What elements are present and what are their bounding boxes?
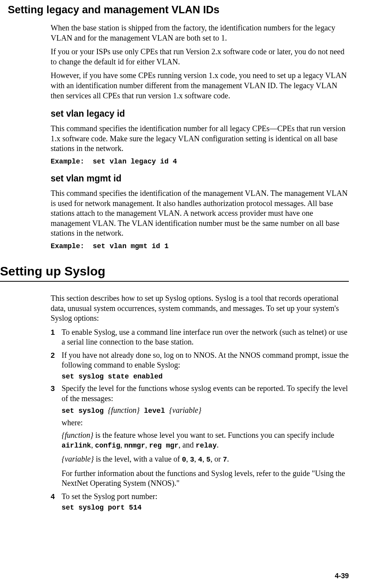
sep-v2: , <box>194 455 198 463</box>
opt-relay: relay <box>196 442 217 449</box>
step-2-command: set syslog state enabled <box>62 373 349 380</box>
val-0: 0 <box>182 456 186 464</box>
para-legacy-intro-3: However, if you have some CPEs running v… <box>51 71 349 101</box>
para-legacy-intro-2: If you or your ISPs use only CPEs that r… <box>51 47 349 67</box>
para-syslog-intro: This section describes how to set up Sys… <box>51 293 349 323</box>
example-set-vlan-mgmt: Example: set vlan mgmt id 1 <box>51 242 349 250</box>
def-function-text: is the feature whose level you want to s… <box>94 431 334 439</box>
heading-set-vlan-legacy-id: set vlan legacy id <box>51 108 349 119</box>
opt-nnmgr: nnmgr <box>124 442 145 449</box>
val-5: 5 <box>206 456 210 464</box>
step-2-text: If you have not already done so, log on … <box>62 350 349 370</box>
def-fn-and: , and <box>179 441 196 449</box>
heading-legacy-vlan: Setting legacy and management VLAN IDs <box>8 4 349 16</box>
val-7: 7 <box>223 456 227 464</box>
sep-3: , <box>145 441 149 449</box>
def-fn-period: . <box>217 441 219 449</box>
step-1-text: To enable Syslog, use a command line int… <box>62 327 349 347</box>
step-1: To enable Syslog, use a command line int… <box>51 327 349 347</box>
def-var-or: , or <box>210 455 223 463</box>
opt-config: config <box>95 442 120 449</box>
step-3: Specify the level for the functions whos… <box>51 384 349 489</box>
heading-set-vlan-mgmt-id: set vlan mgmt id <box>51 173 349 184</box>
para-set-vlan-mgmt-desc: This command specifies the identificatio… <box>51 188 349 238</box>
sep-2: , <box>120 441 124 449</box>
def-function-lead: {function} <box>62 431 94 439</box>
step-3-cmd-pre: set syslog <box>62 407 108 415</box>
step-3-def-function: {function} is the feature whose level yo… <box>62 430 349 451</box>
page-number: 4-39 <box>335 572 349 580</box>
step-4-text: To set the Syslog port number: <box>62 492 349 502</box>
def-variable-text: is the level, with a value of <box>94 455 182 463</box>
step-3-text: Specify the level for the functions whos… <box>62 384 349 403</box>
val-4: 4 <box>198 456 202 464</box>
val-3: 3 <box>190 456 194 464</box>
step-3-ref: For further information about the functi… <box>62 469 349 489</box>
sep-v3: , <box>202 455 206 463</box>
step-3-where: where: <box>62 418 349 428</box>
step-3-def-variable: {variable} is the level, with a value of… <box>62 454 349 464</box>
para-legacy-intro-1: When the base station is shipped from th… <box>51 23 349 43</box>
sep-v1: , <box>186 455 190 463</box>
step-3-cmd-mid: level <box>140 407 169 415</box>
example-set-vlan-legacy: Example: set vlan legacy id 4 <box>51 158 349 165</box>
step-3-cmd-function: {function} <box>108 406 140 414</box>
step-2: If you have not already done so, log on … <box>51 350 349 380</box>
step-3-cmd-variable: {variable} <box>169 406 201 414</box>
sep-1: , <box>91 441 95 449</box>
opt-reg-mgr: reg mgr <box>149 442 179 449</box>
def-variable-lead: {variable} <box>62 455 94 463</box>
para-set-vlan-legacy-desc: This command specifies the identificatio… <box>51 124 349 154</box>
heading-setting-up-syslog: Setting up Syslog <box>0 264 349 282</box>
def-var-period: . <box>227 455 229 463</box>
step-4-command: set syslog port 514 <box>62 504 349 512</box>
step-4: To set the Syslog port number: set syslo… <box>51 492 349 512</box>
opt-airlink: airlink <box>62 442 91 449</box>
